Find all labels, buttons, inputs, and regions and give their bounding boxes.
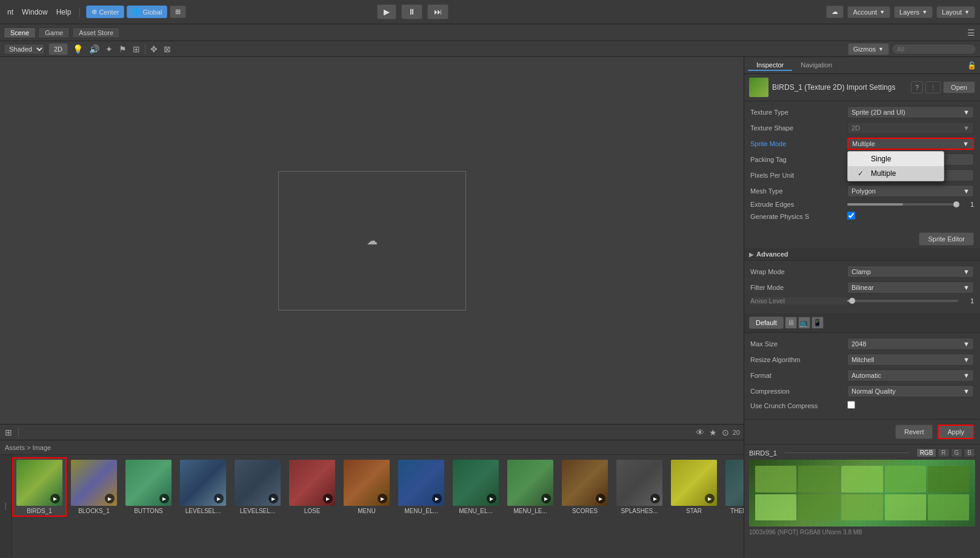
asset-play-icon[interactable]: ▶	[596, 494, 605, 503]
fx-icon[interactable]: ✦	[104, 43, 114, 55]
play-button[interactable]: ▶	[377, 4, 396, 19]
texture-type-dropdown[interactable]: Sprite (2D and UI) ▼	[847, 106, 974, 118]
asset-item-levelsel2[interactable]: ▶ LEVELSEL...	[230, 457, 285, 517]
scene-icon[interactable]: ⚑	[118, 43, 128, 55]
tab-scene[interactable]: Scene	[4, 27, 36, 38]
asset-item-birds1[interactable]: ▶ BIRDS_1	[12, 457, 67, 517]
resize-icon[interactable]: ⊠	[162, 43, 172, 55]
asset-play-icon[interactable]: ▶	[432, 494, 442, 503]
asset-play-icon[interactable]: ▶	[159, 494, 169, 503]
sprite-mode-single[interactable]: Single	[848, 152, 944, 166]
menu-nt[interactable]: nt	[5, 7, 16, 18]
platform-monitor-icon[interactable]: 🖥	[785, 317, 797, 329]
asset-play-icon[interactable]: ▶	[105, 494, 115, 503]
center-button[interactable]: ⊕ Center	[86, 5, 124, 18]
asset-item-menu3[interactable]: ▶ MENU_EL...	[448, 457, 503, 517]
channel-b-btn[interactable]: B	[964, 448, 975, 457]
tab-asset-store[interactable]: Asset Store	[72, 27, 120, 38]
gizmos-dropdown[interactable]: Gizmos ▼	[848, 43, 889, 55]
history-icon[interactable]: ⊙	[721, 426, 730, 439]
compression-dropdown[interactable]: Normal Quality ▼	[847, 385, 974, 397]
asset-play-icon[interactable]: ▶	[323, 494, 333, 503]
crunch-checkbox[interactable]	[847, 401, 855, 409]
tab-game[interactable]: Game	[38, 27, 70, 38]
sprite-editor-button[interactable]: Sprite Editor	[919, 232, 974, 246]
menu-help[interactable]: Help	[54, 7, 74, 18]
move-icon[interactable]: ✥	[149, 43, 159, 55]
step-button[interactable]: ⏭	[427, 4, 448, 19]
preview-thumbnail[interactable]	[749, 460, 975, 526]
format-dropdown[interactable]: Automatic ▼	[847, 369, 974, 382]
layers-dropdown[interactable]: Layers ▼	[894, 6, 933, 18]
aniso-slider[interactable]	[847, 300, 958, 302]
asset-item-menu4[interactable]: ▶ MENU_LE...	[503, 457, 558, 517]
aniso-slider-thumb[interactable]	[849, 298, 855, 304]
tabs-menu-icon[interactable]: ☰	[966, 27, 976, 39]
sound-icon[interactable]: 🔊	[88, 43, 101, 55]
texture-shape-dropdown[interactable]: 2D ▼	[847, 122, 974, 134]
asset-item-lose[interactable]: ▶ LOSE	[285, 457, 339, 517]
generate-physics-checkbox[interactable]	[847, 212, 855, 220]
asset-item-menu2[interactable]: ▶ MENU_EL...	[394, 457, 448, 517]
channel-rgb-btn[interactable]: RGB	[916, 448, 937, 457]
global-button[interactable]: 🌐 Global	[127, 5, 167, 18]
asset-item-menu[interactable]: ▶ MENU	[339, 457, 394, 517]
asset-play-icon[interactable]: ▶	[268, 494, 278, 503]
asset-play-icon[interactable]: ▶	[214, 494, 224, 503]
asset-item-theme01a[interactable]: ▶ THEME_01...	[721, 457, 744, 517]
asset-play-icon[interactable]: ▶	[487, 494, 496, 503]
revert-button[interactable]: Revert	[895, 425, 933, 439]
cloud-button[interactable]: ☁	[826, 5, 844, 18]
lock-icon[interactable]: 🔓	[967, 61, 976, 70]
scene-search-input[interactable]	[892, 44, 976, 55]
asset-play-icon[interactable]: ▶	[541, 494, 551, 503]
sprite-mode-multiple[interactable]: ✓ Multiple	[848, 166, 944, 181]
texture-type-caret: ▼	[963, 109, 970, 116]
platform-mobile-icon[interactable]: 📱	[812, 317, 824, 329]
bottom-panel: ⊞ 👁 ★ ⊙ 20 Assets > Image │	[0, 424, 744, 557]
scene-canvas-area[interactable]: ☁	[0, 57, 744, 424]
asset-item-blocks1[interactable]: ▶ BLOCKS_1	[67, 457, 121, 517]
channel-r-btn[interactable]: R	[938, 448, 949, 457]
help-button[interactable]: ?	[911, 81, 923, 93]
layout-dropdown[interactable]: Layout ▼	[936, 6, 975, 18]
tab-inspector[interactable]: Inspector	[748, 60, 792, 71]
2d-toggle[interactable]: 2D	[48, 43, 68, 55]
resize-algo-dropdown[interactable]: Mitchell ▼	[847, 354, 974, 366]
menu-window[interactable]: Window	[19, 7, 50, 18]
star-icon[interactable]: ★	[708, 426, 718, 439]
asset-play-icon[interactable]: ▶	[378, 494, 387, 503]
account-dropdown[interactable]: Account ▼	[847, 6, 890, 18]
extrude-slider-thumb[interactable]	[953, 201, 959, 207]
grid-icon[interactable]: ⊞	[132, 43, 141, 55]
channel-g-btn[interactable]: G	[951, 448, 963, 457]
platform-tv-icon[interactable]: 📺	[798, 317, 810, 329]
mesh-type-dropdown[interactable]: Polygon ▼	[847, 185, 974, 197]
pause-button[interactable]: ⏸	[401, 4, 422, 19]
rect-button[interactable]: ⊞	[170, 5, 186, 18]
open-button[interactable]: Open	[943, 81, 975, 93]
sprite-mode-dropdown[interactable]: Multiple ▼	[847, 138, 974, 150]
asset-play-icon[interactable]: ▶	[650, 494, 660, 503]
settings-icon-btn[interactable]: ⋮	[925, 81, 941, 93]
platform-default-tab[interactable]: Default	[749, 317, 784, 329]
asset-play-icon[interactable]: ▶	[705, 494, 715, 503]
sprite-mode-label[interactable]: Sprite Mode	[750, 140, 847, 147]
wrap-mode-dropdown[interactable]: Clamp ▼	[847, 266, 974, 278]
eye-icon[interactable]: 👁	[695, 426, 705, 439]
asset-play-icon[interactable]: ▶	[50, 494, 60, 503]
apply-button[interactable]: Apply	[938, 425, 974, 439]
asset-item-scores[interactable]: ▶ SCORES	[558, 457, 612, 517]
light-icon[interactable]: 💡	[72, 43, 84, 55]
filter-mode-dropdown[interactable]: Bilinear ▼	[847, 281, 974, 294]
advanced-section-header[interactable]: ▶ Advanced	[744, 248, 980, 261]
asset-item-buttons[interactable]: ▶ BUTTONS	[121, 457, 176, 517]
max-size-dropdown[interactable]: 2048 ▼	[847, 338, 974, 350]
expand-icon[interactable]: ⊞	[4, 426, 13, 439]
extrude-slider[interactable]	[847, 203, 958, 206]
asset-item-splashes[interactable]: ▶ SPLASHES...	[612, 457, 667, 517]
asset-item-levelsel1[interactable]: ▶ LEVELSEL...	[176, 457, 230, 517]
asset-item-star[interactable]: ▶ STAR	[667, 457, 721, 517]
shading-select[interactable]: Shaded	[4, 44, 45, 55]
tab-navigation[interactable]: Navigation	[792, 60, 841, 71]
